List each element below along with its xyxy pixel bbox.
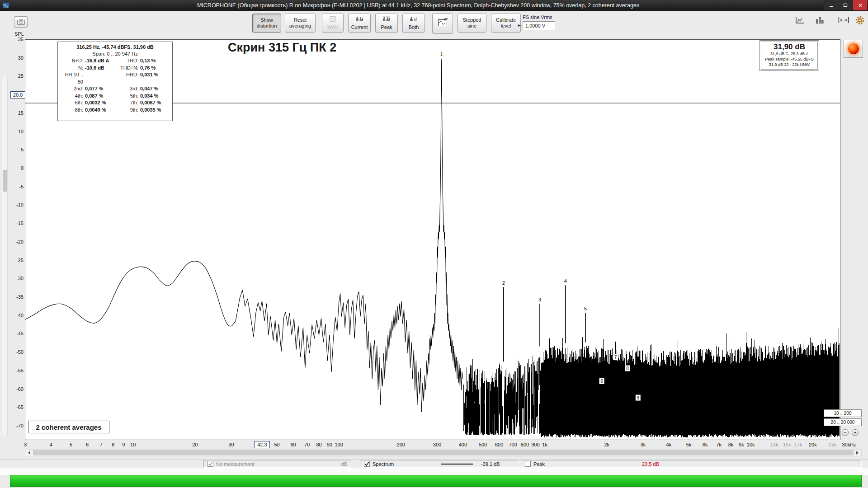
measurement-value (85, 71, 114, 85)
plot-area[interactable]: 234567891 316,25 Hz, -45,74 dBFS, 31,90 … (25, 39, 840, 440)
horizontal-scrollbar[interactable] (25, 449, 862, 456)
camera-icon (17, 19, 25, 25)
readout-band-value: 31,9 dB 22 - 22k UNW (761, 62, 817, 67)
measurement-label: N: (60, 65, 85, 72)
titlebar: MICROPHONE (Общая громкость) R on Микроф… (0, 0, 868, 11)
measurement-value: 0,0067 % (140, 99, 170, 107)
measurement-label: 7th: (114, 99, 140, 107)
measurement-value: 0,76 % (140, 65, 170, 72)
measurement-label: 2nd: (60, 85, 85, 93)
y-cursor-box[interactable]: 20,0 (10, 91, 25, 99)
fs-sine-value-field[interactable]: 1,0000 V (523, 21, 555, 30)
measurement-label: THD+N: (114, 65, 140, 72)
restore-button[interactable] (839, 0, 853, 10)
snapshot-button[interactable] (14, 16, 28, 28)
svg-text:2: 2 (502, 280, 505, 286)
svg-text:9: 9 (637, 395, 640, 400)
y-tick-label: -40 (7, 313, 24, 318)
measurement-value: 0,034 % (140, 93, 170, 100)
measurement-value: -10,6 dB (85, 65, 114, 72)
measurement-info-box: 316,25 Hz, -45,74 dBFS, 31,90 dB Span: 0… (57, 42, 173, 121)
readout-peak-sample: Peak sample: -45,55 dBFS (761, 56, 817, 62)
measurement-label: 4th: (60, 93, 85, 100)
signal-generator-button[interactable] (432, 13, 453, 34)
measurement-label: HH 10 .. 50 (60, 71, 85, 85)
plus-icon: + (854, 430, 856, 435)
minimize-button[interactable] (824, 0, 838, 10)
measurement-header: 316,25 Hz, -45,74 dBFS, 31,90 dB (60, 44, 170, 51)
horizontal-scrollbar-thumb[interactable] (33, 450, 854, 455)
flag-icon (517, 23, 521, 31)
both-spectrum-button[interactable]: Both (402, 14, 425, 33)
wav-label: WAV (327, 24, 338, 30)
measurement-value: 0,087 % (85, 93, 114, 100)
axes-scale-icon (794, 16, 805, 26)
right-arrow-icon (856, 451, 860, 455)
svg-text:8: 8 (626, 366, 629, 371)
wav-button[interactable]: WAV (322, 14, 344, 33)
freq-range-button-1[interactable]: 10 .. 200 (824, 409, 862, 417)
x-zoom-out-button[interactable]: − (842, 429, 849, 436)
status-panel-measurement: No measurement dB (203, 460, 351, 468)
x-zoom-in-button[interactable]: + (852, 429, 859, 436)
svg-text:4: 4 (564, 278, 567, 284)
peak-level-value: 23,5 dB (642, 461, 659, 467)
left-scrollbar-thumb[interactable] (3, 170, 7, 192)
x-tick-label: 30kHz (836, 442, 862, 447)
minus-icon: − (844, 430, 846, 435)
stepped-sine-button[interactable]: Stepped sine (458, 14, 486, 33)
pan-zoom-button[interactable] (835, 15, 852, 27)
display-mode-button[interactable] (792, 15, 807, 27)
close-button[interactable] (853, 0, 867, 10)
calibrate-level-button[interactable]: Calibrate level (491, 14, 521, 33)
y-tick-label: 30 (7, 55, 24, 61)
svg-text:6: 6 (600, 379, 603, 384)
measurement-value: 0,0049 % (85, 107, 114, 114)
y-tick-label: -25 (7, 258, 24, 263)
reset-averaging-button[interactable]: Reset averaging (285, 14, 316, 33)
scroll-right-button[interactable] (854, 450, 861, 456)
level-readout-inner: 31,90 dB 31,9 dB C, 25,3 dB A Peak sampl… (761, 42, 818, 70)
measurement-row: N+D:-16,9 dB ATHD:0,13 % (60, 57, 170, 65)
spectrum-current-icon (355, 16, 363, 23)
x-cursor-box[interactable]: 42,3 (254, 441, 270, 448)
measurement-row: 8th:0,0049 %9th:0,0035 % (60, 107, 170, 114)
settings-button[interactable] (854, 15, 866, 27)
measurement-value: 0,13 % (140, 57, 170, 65)
y-tick-label: 35 (7, 37, 24, 42)
status-panel-spectrum: Spectrum -39,1 dB (360, 460, 519, 468)
fs-sine-label: FS sine Vrms (523, 14, 552, 20)
measurement-label: THD: (114, 57, 140, 65)
x-tick-label: 10k (738, 442, 764, 447)
y-tick-label: -35 (7, 294, 24, 300)
freq-range-button-2[interactable]: 20 .. 20 000 (824, 418, 862, 426)
show-distortion-button[interactable]: Show distortion (252, 14, 281, 33)
peak-checkbox[interactable] (525, 461, 531, 467)
spectrum-both-icon (410, 16, 418, 23)
measurement-row: 4th:0,087 %5th:0,034 % (60, 93, 170, 100)
no-measurement-checkbox[interactable] (208, 461, 213, 467)
measurement-value: -16,9 dB A (85, 57, 114, 65)
db-unit-label: dB (341, 461, 347, 467)
current-label: Current (351, 24, 368, 30)
input-level-meter (10, 475, 862, 487)
bar-display-button[interactable] (812, 15, 827, 27)
level-readout-box: 31,90 dB 31,9 dB C, 25,3 dB A Peak sampl… (760, 40, 819, 71)
measurement-value: 0,077 % (85, 85, 114, 93)
spectrum-checkbox[interactable] (364, 461, 370, 467)
y-tick-label: 0 (7, 165, 24, 171)
spectrum-peak-icon (382, 16, 391, 23)
measurement-row: 6th:0,0032 %7th:0,0067 % (60, 99, 170, 107)
peak-spectrum-button[interactable]: Peak (375, 14, 398, 33)
svg-text:7: 7 (614, 355, 617, 360)
svg-text:5: 5 (584, 306, 587, 311)
measurement-label: 5th: (114, 93, 140, 100)
current-spectrum-button[interactable]: Current (348, 14, 371, 33)
x-tick-label: 200 (388, 442, 414, 447)
readout-main-value: 31,90 dB (761, 43, 817, 51)
wav-file-icon (329, 16, 336, 23)
x-tick-label: 10 (120, 442, 146, 447)
peak-label: Peak (381, 24, 392, 30)
record-button[interactable] (844, 40, 863, 58)
scroll-left-button[interactable] (25, 450, 33, 456)
